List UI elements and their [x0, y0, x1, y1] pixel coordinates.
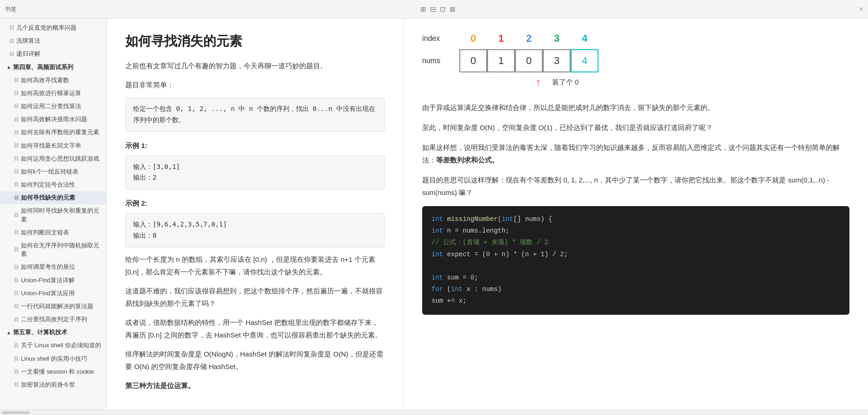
- icon-bookmark[interactable]: ⊡: [440, 5, 446, 13]
- icon-home[interactable]: ⊞: [420, 5, 426, 13]
- close-button[interactable]: ×: [859, 5, 863, 13]
- code-line: int sum = 0;: [431, 272, 840, 284]
- icon-star[interactable]: ⊠: [450, 5, 456, 13]
- sidebar-item-item22[interactable]: 目 二分查找高效判定子序列: [0, 313, 106, 326]
- sidebar-item-item16[interactable]: 目 如何判断回文链表: [0, 226, 106, 239]
- para3: 或者说，借助数据结构的特性，用一个 HashSet 把数组里出现的数字都储存下来…: [125, 316, 385, 341]
- example2-input: 输入：[9,6,4,2,3,5,7,0,1]: [133, 219, 377, 230]
- code-line: int expect = (0 + n) * (n + 1) / 2;: [431, 249, 840, 260]
- sidebar-item-item5[interactable]: 目 如何高效寻找素数: [0, 74, 106, 87]
- sidebar-item-item3[interactable]: 目 递归详解: [0, 47, 106, 60]
- code-line: for (int x : nums): [431, 284, 840, 295]
- sidebar-doc-icon: 目: [14, 342, 19, 349]
- sidebar-item-item19[interactable]: 目 Union-Find算法详解: [0, 274, 106, 287]
- sidebar-item-item25[interactable]: 目 一文看懂 session 和 cookie: [0, 365, 106, 378]
- num-cell-2: 0: [515, 49, 543, 72]
- sidebar-item-item24[interactable]: 目 Linux shell 的实用小技巧: [0, 352, 106, 365]
- code-token-kw: int: [431, 227, 443, 234]
- sidebar-item-item21[interactable]: 目 一行代码就能解决的算法题: [0, 300, 106, 313]
- sidebar-doc-icon: 目: [14, 181, 19, 188]
- code-line: [431, 260, 840, 272]
- sidebar-item-item18[interactable]: 目 如何调度考生的座位: [0, 260, 106, 273]
- sidebar-item-item1[interactable]: 目 几个反直觉的概率问题: [0, 21, 106, 34]
- sidebar-item-label: 如何运用贪心思想玩跳跃游戏: [21, 155, 99, 163]
- sidebar-doc-icon: 目: [9, 24, 14, 31]
- example1-output: 输出：2: [133, 172, 377, 183]
- sidebar-doc-icon: 目: [14, 277, 19, 284]
- sidebar-item-item23[interactable]: 目 关于 Linux shell 你必须知道的: [0, 339, 106, 352]
- toolbar-icons: ⊞ ⊟ ⊡ ⊠: [420, 5, 456, 13]
- example2-block: 输入：[9,6,4,2,3,5,7,0,1] 输出：8: [125, 213, 385, 247]
- sidebar-item-label: 几个反直觉的概率问题: [16, 24, 77, 32]
- sidebar-item-label: 如何在无序序列中随机抽取元素: [21, 241, 102, 258]
- code-token-kw: int: [431, 251, 443, 258]
- index-cells: 01234: [459, 32, 598, 45]
- icon-back[interactable]: ⊟: [430, 5, 436, 13]
- main-container: 目 几个反直觉的概率问题目 洗牌算法目 递归详解▲ 第四章、高频面试系列目 如何…: [0, 19, 868, 409]
- right-para2: 至此，时间复杂度 O(N)，空间复杂度 O(1)，已经达到了最优，我们是否就应该…: [422, 121, 849, 134]
- sidebar-doc-icon: 目: [14, 129, 19, 136]
- sidebar-item-item26[interactable]: 目 加密算法的前身今世: [0, 378, 106, 391]
- code-token-kw: int: [431, 215, 443, 223]
- sidebar-item-item17[interactable]: 目 如何在无序序列中随机抽取元素: [0, 239, 106, 260]
- index-row: index 01234: [422, 32, 849, 45]
- sidebar-item-item9[interactable]: 目 如何去除有序数组的重复元素: [0, 126, 106, 139]
- right-para1: 由于异或运算满足交换律和结合律，所以总是能把成对儿的数字消去，留下缺失的那个元素…: [422, 101, 849, 114]
- sidebar-item-item14[interactable]: 目 如何寻找缺失的元素: [0, 191, 106, 204]
- sidebar-item-item7[interactable]: 目 如何运用二分查找算法: [0, 100, 106, 113]
- sidebar-doc-icon: 目: [14, 103, 19, 110]
- sidebar-doc-icon: 目: [14, 142, 19, 149]
- sidebar-doc-icon: 目: [9, 51, 14, 58]
- index-diagram: index 01234 nums 01034 ↑ 装了个 0: [422, 32, 849, 87]
- sidebar-item-label: 如何高效寻找素数: [21, 76, 69, 84]
- sidebar-item-label: 如何判断回文链表: [21, 228, 69, 237]
- arrow-icon: ▲: [6, 65, 11, 70]
- num-cell-3: 3: [543, 49, 571, 72]
- sidebar-item-item10[interactable]: 目 如何寻找最长回文字串: [0, 139, 106, 152]
- code-line: int n = nums.length;: [431, 225, 840, 237]
- sidebar-item-label: 一文看懂 session 和 cookie: [21, 368, 94, 376]
- code-token-num: 0: [470, 274, 474, 281]
- sidebar-item-label: 加密算法的前身今世: [21, 381, 75, 389]
- sidebar-item-label: 如何去除有序数组的重复元素: [21, 128, 99, 136]
- top-bar: 书签 ⊞ ⊟ ⊡ ⊠ ×: [0, 0, 868, 19]
- sidebar-item-label: 二分查找高效判定子序列: [21, 315, 87, 324]
- sidebar-item-label: Union-Find算法详解: [21, 276, 75, 285]
- sidebar-item-label: 如何高效进行模幂运算: [21, 89, 81, 97]
- bottom-scrollbar[interactable]: [0, 409, 868, 415]
- sidebar: 目 几个反直觉的概率问题目 洗牌算法目 递归详解▲ 第四章、高频面试系列目 如何…: [0, 19, 107, 409]
- article-content: 如何寻找消失的元素 之前也有文章写过几个有趣的智力题，今天再聊一道巧妙的题目。 …: [107, 19, 404, 409]
- sidebar-item-item13[interactable]: 目 如何判定括号合法性: [0, 178, 106, 191]
- sidebar-item-item11[interactable]: 目 如何运用贪心思想玩跳跃游戏: [0, 152, 106, 165]
- code-token-kw: int: [451, 285, 463, 293]
- sidebar-item-item8[interactable]: 目 如何高效解决接雨水问题: [0, 113, 106, 126]
- code-token-kw: int: [431, 274, 443, 281]
- sidebar-item-label: 递归详解: [16, 50, 40, 58]
- sidebar-item-item20[interactable]: 目 Union-Find算法应用: [0, 287, 106, 300]
- sidebar-item-item6[interactable]: 目 如何高效进行模幂运算: [0, 87, 106, 100]
- sidebar-item-label: 如何寻找最长回文字串: [21, 142, 81, 150]
- annotation-text: 装了个 0: [552, 78, 579, 87]
- sidebar-item-label: 如何高效解决接雨水问题: [21, 115, 87, 123]
- code-block: int missingNumber(int[] nums) { int n = …: [422, 206, 849, 315]
- index-cell-3: 3: [543, 32, 571, 45]
- sidebar-doc-icon: 目: [14, 316, 19, 323]
- article-intro: 之前也有文章写过几个有趣的智力题，今天再聊一道巧妙的题目。: [125, 59, 385, 72]
- sidebar-item-label: Linux shell 的实用小技巧: [21, 355, 87, 363]
- sidebar-section-section4[interactable]: ▲ 第四章、高频面试系列: [0, 61, 106, 74]
- sidebar-section-section5[interactable]: ▲ 第五章、计算机技术: [0, 326, 106, 339]
- scroll-thumb[interactable]: [2, 411, 30, 414]
- num-cell-0: 0: [459, 49, 487, 72]
- sidebar-item-item15[interactable]: 目 如何同时寻找缺失和重复的元素: [0, 204, 106, 226]
- code-line: int missingNumber(int[] nums) {: [431, 214, 840, 225]
- sidebar-item-item2[interactable]: 目 洗牌算法: [0, 34, 106, 47]
- para1: 给你一个长度为 n 的数组，其索引应该在 [0,n) ，但是现在你要装进去 n+…: [125, 253, 385, 278]
- sidebar-item-label: 如何运用二分查找算法: [21, 102, 81, 110]
- nums-row: nums 01034: [422, 49, 849, 72]
- code-token-cm: // 公式：(首项 + 末项) * 项数 / 2: [431, 239, 548, 246]
- problem-detail: 给定一个包含 0, 1, 2, ..., n 中 n 个数的序列，找出 0...…: [125, 97, 385, 132]
- sidebar-item-item12[interactable]: 目 如何k个一组反转链表: [0, 165, 106, 178]
- code-token-num: 1: [540, 251, 544, 258]
- topbar-title: 书签: [5, 5, 17, 13]
- sidebar-doc-icon: 目: [14, 229, 19, 236]
